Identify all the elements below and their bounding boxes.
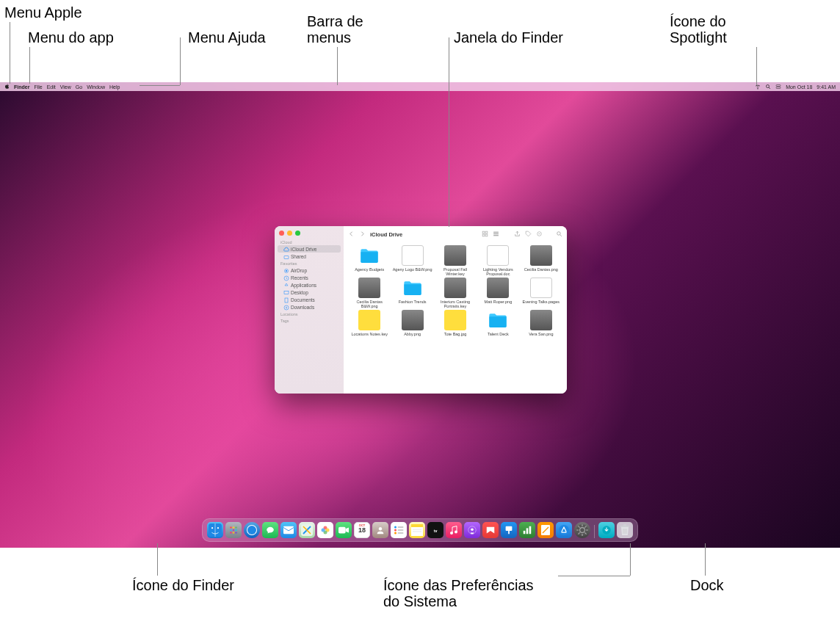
svg-rect-44 xyxy=(398,526,404,528)
dock-mail-icon[interactable] xyxy=(280,522,297,538)
file-thumbnail xyxy=(444,278,466,298)
dock-system-preferences-icon[interactable] xyxy=(574,522,590,538)
file-item[interactable]: Talent Deck xyxy=(478,310,518,336)
group-icon[interactable] xyxy=(493,231,499,238)
file-thumbnail xyxy=(530,245,552,266)
svg-point-47 xyxy=(394,532,397,534)
dock-downloads-icon[interactable] xyxy=(598,522,615,538)
svg-rect-3 xyxy=(776,87,781,88)
sidebar-item-label: Recents xyxy=(291,275,308,280)
sidebar-item-shared[interactable]: Shared xyxy=(278,253,341,260)
file-name: Abby.png xyxy=(404,332,421,336)
dock-keynote-icon[interactable] xyxy=(501,522,517,538)
svg-point-5 xyxy=(286,270,287,272)
menubar-time[interactable]: 9:41 AM xyxy=(817,84,836,90)
dock-news-icon[interactable] xyxy=(482,522,499,538)
dock-separator xyxy=(594,525,595,538)
menu-window[interactable]: Window xyxy=(87,84,105,90)
dock-messages-icon[interactable] xyxy=(262,522,278,538)
anno-line xyxy=(140,85,180,86)
app-menu-name[interactable]: Finder xyxy=(14,84,29,90)
apps-icon xyxy=(283,283,289,288)
file-name: Interiors Casting Portraits.key xyxy=(435,300,475,308)
svg-rect-46 xyxy=(398,529,404,531)
file-item[interactable]: Ageny Logo B&W.png xyxy=(392,245,432,276)
dock-contacts-icon[interactable] xyxy=(372,522,388,538)
file-item[interactable]: Lighting Vendors Proposal.doc xyxy=(478,245,518,276)
dock-tv-icon[interactable]: tv xyxy=(427,522,443,538)
finder-sidebar: iCloud iCloud DriveShared Favorites AirD… xyxy=(275,226,344,394)
sidebar-item-documents[interactable]: Documents xyxy=(278,296,341,303)
menu-view[interactable]: View xyxy=(60,84,71,90)
svg-point-30 xyxy=(230,532,232,534)
sidebar-item-desktop[interactable]: Desktop xyxy=(278,289,341,296)
sidebar-header-tags: Tags xyxy=(275,317,344,324)
dock-pages-icon[interactable] xyxy=(537,522,554,538)
file-item[interactable]: Proposal Fall Winter.key xyxy=(435,245,475,276)
menu-go[interactable]: Go xyxy=(76,84,82,90)
file-item[interactable]: Vera San.png xyxy=(521,310,561,336)
dock-safari-icon[interactable] xyxy=(244,522,260,538)
file-item[interactable]: Cecilia Dantas B&W.png xyxy=(350,278,389,308)
minimize-button[interactable] xyxy=(287,231,292,236)
anno-line xyxy=(630,543,631,576)
dock-appstore-icon[interactable] xyxy=(556,522,572,538)
svg-rect-8 xyxy=(284,291,289,294)
sidebar-item-label: Documents xyxy=(291,297,315,302)
svg-rect-62 xyxy=(529,526,532,534)
file-name: Cecilia Dantas.png xyxy=(524,267,558,272)
file-item[interactable]: Evening Talks.pages xyxy=(521,278,561,308)
menu-file[interactable]: File xyxy=(34,84,42,90)
sidebar-item-airdrop[interactable]: AirDrop xyxy=(278,267,341,274)
dock-music-icon[interactable] xyxy=(446,522,462,538)
dock-numbers-icon[interactable] xyxy=(519,522,535,538)
file-thumbnail xyxy=(487,245,509,266)
file-item[interactable]: Cecilia Dantas.png xyxy=(521,245,561,276)
sidebar-item-icloud-drive[interactable]: iCloud Drive xyxy=(278,245,341,253)
file-item[interactable]: Fashion Trends xyxy=(392,278,432,308)
dock-reminders-icon[interactable] xyxy=(391,522,407,538)
svg-point-29 xyxy=(235,529,237,532)
zoom-button[interactable] xyxy=(295,231,300,236)
dock-finder-icon[interactable] xyxy=(207,522,223,538)
dock-facetime-icon[interactable] xyxy=(336,522,352,538)
file-item[interactable]: Tote Bag.jpg xyxy=(435,310,475,336)
menubar-date[interactable]: Mon Oct 18 xyxy=(786,84,812,90)
dock-maps-icon[interactable] xyxy=(299,522,315,538)
svg-rect-76 xyxy=(620,526,629,527)
apple-menu[interactable] xyxy=(4,84,10,90)
dock-trash-icon[interactable] xyxy=(617,522,633,538)
svg-line-1 xyxy=(769,87,770,89)
tag-icon[interactable] xyxy=(525,231,532,238)
dock-notes-icon[interactable] xyxy=(409,522,425,538)
finder-window[interactable]: iCloud iCloud DriveShared Favorites AirD… xyxy=(275,226,567,394)
finder-file-grid: Agency BudgetsAgeny Logo B&W.pngProposal… xyxy=(344,242,567,394)
airdrop-icon xyxy=(283,268,289,273)
sidebar-item-applications[interactable]: Applications xyxy=(278,281,341,289)
sidebar-item-downloads[interactable]: Downloads xyxy=(278,303,341,311)
sidebar-item-label: Desktop xyxy=(291,290,308,295)
dock-photos-icon[interactable] xyxy=(317,522,333,538)
sidebar-item-recents[interactable]: Recents xyxy=(278,274,341,281)
file-item[interactable]: Abby.png xyxy=(392,310,432,336)
menu-edit[interactable]: Edit xyxy=(47,84,56,90)
dock-podcasts-icon[interactable] xyxy=(464,522,480,538)
view-grid-icon[interactable] xyxy=(482,231,488,238)
action-icon[interactable] xyxy=(536,231,543,238)
file-item[interactable]: Agency Budgets xyxy=(350,245,389,276)
menu-help[interactable]: Help xyxy=(109,84,120,90)
back-button[interactable] xyxy=(348,231,355,238)
spotlight-icon[interactable] xyxy=(765,84,771,90)
file-item[interactable]: Matt Roper.png xyxy=(478,278,518,308)
control-center-icon[interactable] xyxy=(775,84,781,90)
anno-line xyxy=(705,543,706,576)
forward-button[interactable] xyxy=(359,231,366,238)
search-icon[interactable] xyxy=(556,231,562,238)
close-button[interactable] xyxy=(279,231,284,236)
file-item[interactable]: Locations Notes.key xyxy=(350,310,389,336)
dock-launchpad-icon[interactable] xyxy=(225,522,242,538)
file-item[interactable]: Interiors Casting Portraits.key xyxy=(435,278,475,308)
svg-rect-35 xyxy=(283,526,294,534)
share-icon[interactable] xyxy=(514,231,521,238)
dock-calendar-icon[interactable]: OCT18 xyxy=(354,522,370,538)
